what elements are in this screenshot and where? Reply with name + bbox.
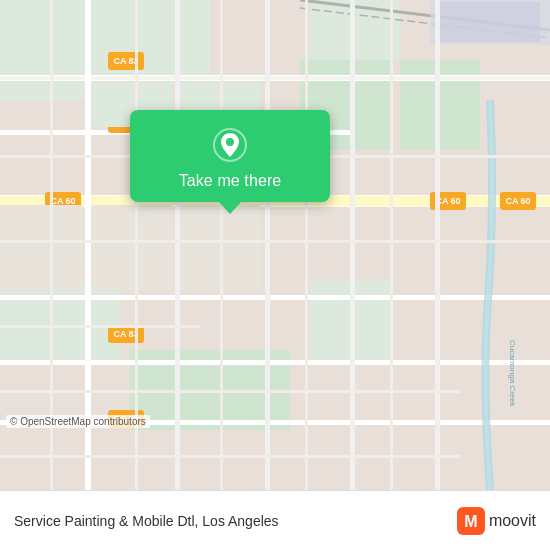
- svg-text:CA 83: CA 83: [113, 56, 138, 66]
- svg-rect-26: [0, 360, 550, 365]
- svg-rect-29: [175, 0, 180, 490]
- popup-card[interactable]: Take me there: [130, 110, 330, 202]
- svg-rect-51: [0, 325, 200, 328]
- svg-rect-46: [92, 205, 172, 290]
- svg-text:CA 60: CA 60: [505, 196, 530, 206]
- svg-text:CA 60: CA 60: [50, 196, 75, 206]
- svg-rect-31: [350, 0, 355, 490]
- svg-rect-15: [0, 76, 550, 80]
- svg-point-60: [226, 138, 234, 146]
- svg-rect-32: [435, 0, 440, 490]
- svg-text:M: M: [464, 513, 477, 530]
- svg-rect-2: [90, 0, 210, 80]
- moovit-logo: M moovit: [457, 507, 536, 535]
- popup-label: Take me there: [179, 172, 282, 190]
- svg-rect-7: [0, 280, 120, 360]
- svg-rect-48: [0, 205, 82, 290]
- moovit-text: moovit: [489, 512, 536, 530]
- svg-rect-56: [220, 0, 223, 490]
- attribution: © OpenStreetMap contributors: [6, 415, 150, 428]
- moovit-icon: M: [457, 507, 485, 535]
- svg-rect-25: [0, 295, 550, 300]
- svg-rect-50: [0, 240, 550, 243]
- bottom-bar: Service Painting & Mobile Dtl, Los Angel…: [0, 490, 550, 550]
- svg-rect-58: [390, 0, 393, 490]
- location-name: Service Painting & Mobile Dtl, Los Angel…: [14, 513, 279, 529]
- map-container: CA 60 CA 60 CA 60 CA 83 CA 83 CA 83 CA 8…: [0, 0, 550, 490]
- svg-rect-30: [265, 0, 270, 490]
- location-pin-icon: [211, 126, 249, 164]
- svg-text:CA 83: CA 83: [113, 329, 138, 339]
- svg-text:Cucamonga Creek: Cucamonga Creek: [508, 340, 517, 408]
- svg-rect-13: [440, 2, 540, 42]
- svg-rect-57: [305, 0, 308, 490]
- svg-rect-1: [0, 0, 90, 100]
